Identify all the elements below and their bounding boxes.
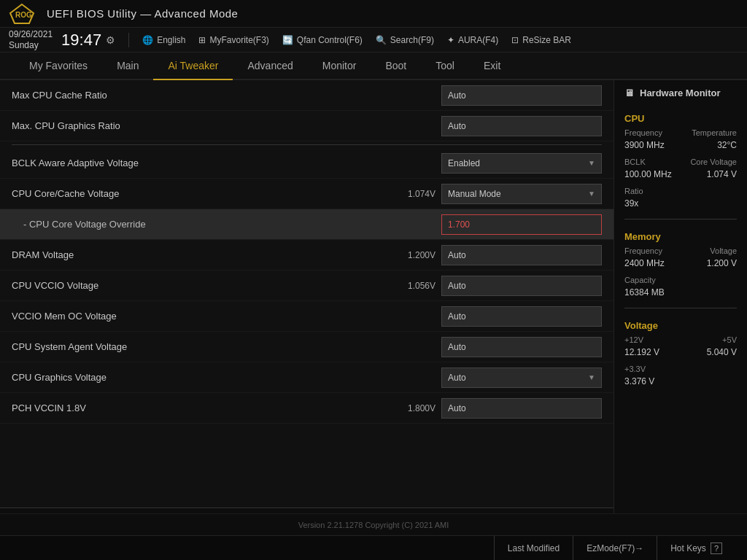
chevron-down-icon-3: ▼: [588, 373, 595, 381]
ez-mode-btn[interactable]: EzMode(F7)→: [573, 536, 657, 561]
control-cpu-core-voltage-override[interactable]: [441, 214, 602, 235]
hot-keys-label: Hot Keys: [670, 543, 706, 553]
control-bclk-aware[interactable]: Enabled ▼: [441, 153, 602, 174]
setting-cpu-graphics-voltage[interactable]: CPU Graphics Voltage Auto ▼: [0, 362, 614, 393]
input-max-cpu-cache-ratio[interactable]: [441, 85, 602, 106]
label-cpu-core-cache-voltage: CPU Core/Cache Voltage: [12, 188, 395, 199]
aura-label: AURA(F4): [458, 35, 498, 45]
time: 19:47: [61, 31, 101, 50]
voltage-33v-label: +3.3V: [624, 365, 737, 373]
separator-1: [12, 144, 602, 145]
nav-item-aitweaker[interactable]: Ai Tweaker: [153, 52, 233, 80]
current-pch-vccin: 1.800V: [395, 403, 436, 413]
setting-vccio-mem-oc-voltage[interactable]: VCCIO Mem OC Voltage: [0, 301, 614, 332]
last-modified-btn[interactable]: Last Modified: [494, 536, 573, 561]
setting-cpu-core-cache-voltage[interactable]: CPU Core/Cache Voltage 1.074V Manual Mod…: [0, 179, 614, 209]
control-cpu-core-cache-voltage[interactable]: Manual Mode ▼: [441, 184, 602, 204]
language-selector[interactable]: 🌐 English: [142, 35, 185, 45]
v5-value: 5.040 V: [707, 347, 737, 357]
label-max-cpu-cache-ratio: Max CPU Cache Ratio: [12, 90, 395, 101]
setting-max-cpu-graphics-ratio[interactable]: Max. CPU Graphics Ratio: [0, 111, 614, 141]
setting-dram-voltage[interactable]: DRAM Voltage 1.200V: [0, 240, 614, 271]
v33-label: +3.3V: [624, 365, 646, 373]
control-dram-voltage[interactable]: [441, 245, 602, 265]
setting-bclk-aware[interactable]: BCLK Aware Adaptive Voltage Enabled ▼: [0, 148, 614, 179]
help-icon: ?: [711, 542, 722, 554]
select-cpu-core-cache-voltage[interactable]: Manual Mode ▼: [441, 184, 602, 204]
select-cpu-graphics-voltage[interactable]: Auto ▼: [441, 368, 602, 388]
v12-value: 12.192 V: [624, 347, 659, 357]
setting-cpu-system-agent-voltage[interactable]: CPU System Agent Voltage: [0, 332, 614, 362]
ratio-value: 39x: [624, 198, 638, 209]
settings-gear-icon[interactable]: ⚙: [106, 34, 115, 46]
control-max-cpu-cache-ratio[interactable]: [441, 85, 602, 106]
input-cpu-system-agent-voltage[interactable]: [441, 337, 602, 357]
chevron-down-icon: ▼: [588, 159, 595, 167]
input-pch-vccin[interactable]: [441, 398, 602, 419]
label-cpu-graphics-voltage: CPU Graphics Voltage: [12, 372, 395, 383]
last-modified-label: Last Modified: [508, 543, 560, 553]
resize-label: ReSize BAR: [522, 35, 571, 45]
setting-cpu-core-voltage-override[interactable]: - CPU Core Voltage Override: [0, 209, 614, 240]
control-cpu-graphics-voltage[interactable]: Auto ▼: [441, 368, 602, 388]
myfavorite-btn[interactable]: ⊞ MyFavorite(F3): [198, 35, 268, 45]
search-btn[interactable]: 🔍 Search(F9): [376, 35, 434, 45]
control-cpu-system-agent-voltage[interactable]: [441, 337, 602, 357]
search-label: Search(F9): [390, 35, 434, 45]
voltage-12v-label: +12V +5V: [624, 335, 737, 344]
memory-frequency-value: 2400 MHz: [624, 258, 665, 268]
nav-item-monitor[interactable]: Monitor: [308, 52, 371, 79]
myfavorite-icon: ⊞: [198, 35, 206, 45]
resize-icon: ⊡: [511, 35, 519, 45]
input-dram-voltage[interactable]: [441, 245, 602, 265]
input-vccio-mem-oc-voltage[interactable]: [441, 306, 602, 327]
bclk-label: BCLK: [624, 158, 646, 166]
version-text: Version 2.21.1278 Copyright (C) 2021 AMI: [298, 521, 449, 529]
control-vccio-mem-oc-voltage[interactable]: [441, 306, 602, 327]
nav-item-main[interactable]: Main: [102, 52, 153, 79]
setting-cpu-vccio-voltage[interactable]: CPU VCCIO Voltage 1.056V: [0, 271, 614, 301]
qfan-btn[interactable]: 🔄 Qfan Control(F6): [282, 35, 363, 45]
control-max-cpu-graphics-ratio[interactable]: [441, 116, 602, 136]
input-max-cpu-graphics-ratio[interactable]: [441, 116, 602, 136]
capacity-value: 16384 MB: [624, 287, 665, 298]
memory-capacity-label: Capacity: [624, 276, 737, 284]
myfavorite-label: MyFavorite(F3): [209, 35, 268, 45]
control-pch-vccin[interactable]: [441, 398, 602, 419]
sidebar-divider-1: [624, 219, 737, 219]
label-vccio-mem-oc-voltage: VCCIO Mem OC Voltage: [12, 311, 395, 322]
label-max-cpu-graphics-ratio: Max. CPU Graphics Ratio: [12, 120, 395, 131]
nav-item-exit[interactable]: Exit: [469, 52, 515, 79]
label-cpu-core-voltage-override: - CPU Core Voltage Override: [12, 219, 395, 230]
setting-pch-vccin[interactable]: PCH VCCIN 1.8V 1.800V: [0, 393, 614, 424]
cpu-bclk-stat-labels: BCLK Core Voltage: [624, 158, 737, 166]
voltage-section-title: Voltage: [624, 320, 737, 331]
memory-capacity-value: 16384 MB: [624, 287, 737, 299]
resize-bar-btn[interactable]: ⊡ ReSize BAR: [511, 35, 571, 45]
hot-keys-btn[interactable]: Hot Keys ?: [657, 536, 735, 561]
cpu-frequency-label: Frequency: [624, 128, 662, 137]
aura-btn[interactable]: ✦ AURA(F4): [447, 35, 498, 45]
nav-item-favorites[interactable]: My Favorites: [15, 52, 102, 79]
select-bclk-aware[interactable]: Enabled ▼: [441, 153, 602, 174]
setting-max-cpu-cache-ratio[interactable]: Max CPU Cache Ratio: [0, 80, 614, 111]
memory-voltage-label: Voltage: [710, 246, 737, 255]
header: ROG UEFI BIOS Utility — Advanced Mode: [0, 0, 747, 28]
cpu-bclk-stat-values: 100.00 MHz 1.074 V: [624, 169, 737, 181]
nav-item-boot[interactable]: Boot: [371, 52, 421, 79]
qfan-label: Qfan Control(F6): [297, 35, 363, 45]
memory-section-title: Memory: [624, 231, 737, 242]
nav-item-advanced[interactable]: Advanced: [233, 52, 307, 79]
input-cpu-core-voltage-override[interactable]: [441, 214, 602, 235]
v5-label: +5V: [722, 335, 737, 344]
nav-item-tool[interactable]: Tool: [421, 52, 469, 79]
input-cpu-vccio-voltage[interactable]: [441, 276, 602, 296]
navigation: My Favorites Main Ai Tweaker Advanced Mo…: [0, 52, 747, 80]
aura-icon: ✦: [447, 35, 454, 45]
memory-voltage-value: 1.200 V: [707, 258, 737, 268]
ratio-label: Ratio: [624, 187, 643, 195]
control-cpu-vccio-voltage[interactable]: [441, 276, 602, 296]
current-cpu-core-cache-voltage: 1.074V: [395, 189, 436, 199]
core-voltage-value: 1.074 V: [707, 169, 737, 179]
voltage-33v-value: 3.376 V: [624, 376, 737, 388]
